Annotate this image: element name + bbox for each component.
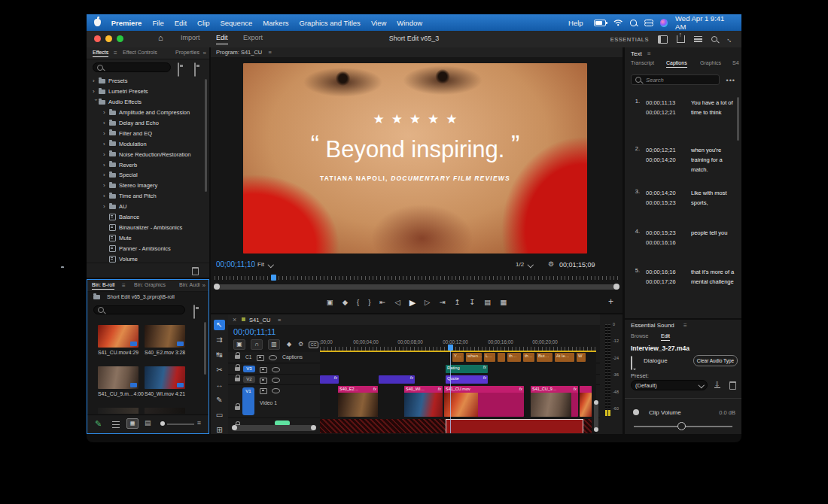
go-to-in-button[interactable]: ⇤ xyxy=(379,296,385,308)
volume-slider-knob[interactable] xyxy=(677,422,686,430)
tree-item[interactable]: ›Audio Effects xyxy=(91,97,204,108)
caption-text[interactable]: people tell you xyxy=(691,228,738,238)
workspace-label[interactable]: ESSENTIALS xyxy=(610,36,649,43)
chevron-right-icon[interactable]: › xyxy=(103,193,109,199)
clip-thumbnail[interactable] xyxy=(98,325,139,348)
button-editor-plus[interactable]: + xyxy=(608,296,613,308)
menu-item[interactable]: Clip xyxy=(197,19,209,27)
mark-out-button[interactable]: } xyxy=(368,296,370,308)
captions-cc-icon[interactable]: CC xyxy=(309,342,318,348)
caption-timecodes[interactable]: 00;00;15;2300;00;16;16 xyxy=(646,228,676,247)
bin-clip-partial[interactable] xyxy=(145,408,185,414)
rating-graphic-clip[interactable]: Ratingfx xyxy=(446,365,488,373)
toggle-track-output-icon[interactable] xyxy=(269,355,277,360)
preset-badge-icon[interactable] xyxy=(178,62,179,77)
bin-clip[interactable]: S40_WI.mov4:21 xyxy=(145,366,185,396)
zoom-slider-knob[interactable] xyxy=(160,421,165,426)
effects-tab[interactable]: Effects xyxy=(93,50,108,57)
delete-preset-icon[interactable] xyxy=(729,381,736,390)
timeline-playhead[interactable] xyxy=(448,345,453,351)
close-tab-icon[interactable]: × xyxy=(233,316,236,323)
pen-tool[interactable]: ✎ xyxy=(214,395,225,405)
program-playhead[interactable] xyxy=(271,275,276,281)
edit-pencil-icon[interactable]: ✎ xyxy=(95,419,102,429)
track-lock-icon[interactable] xyxy=(235,378,240,381)
delete-icon[interactable] xyxy=(192,267,199,275)
panel-menu-icon[interactable]: ≡ xyxy=(683,322,687,329)
spotlight-search-icon[interactable] xyxy=(630,20,637,26)
tree-item[interactable]: ›Modulation xyxy=(91,138,204,149)
go-to-out-button[interactable]: ⇥ xyxy=(439,296,445,308)
caption-clip[interactable]: th… xyxy=(523,353,534,362)
caption-text[interactable]: Like with most sports, xyxy=(691,188,738,208)
tree-item[interactable]: ›Stereo Imagery xyxy=(91,181,204,191)
tree-item[interactable]: ›Presets xyxy=(91,76,204,87)
menu-lines-icon[interactable] xyxy=(694,36,702,42)
menu-item[interactable]: Premiere xyxy=(111,19,142,27)
tree-item[interactable]: ›Special xyxy=(91,170,204,181)
program-title[interactable]: Program: S41_CU xyxy=(216,49,262,56)
menu-help[interactable]: Help xyxy=(568,19,583,27)
video-clip[interactable] xyxy=(580,386,592,417)
razor-tool[interactable]: ✂ xyxy=(214,365,225,375)
close-window-button[interactable] xyxy=(94,35,101,42)
toggle-track-output-icon[interactable] xyxy=(272,388,280,393)
apple-menu-icon[interactable] xyxy=(94,19,101,26)
effects-search-input[interactable] xyxy=(93,62,171,72)
more-options-icon[interactable]: ••• xyxy=(726,77,735,84)
effects-search-field[interactable] xyxy=(106,63,166,71)
ripple-edit-tool[interactable]: ↹ xyxy=(214,350,225,360)
tree-item[interactable]: Mute xyxy=(91,232,204,243)
chevron-right-icon[interactable]: › xyxy=(103,141,109,147)
caption-timecodes[interactable]: 00;00;12;2100;00;14;20 xyxy=(646,145,676,165)
caption-clip[interactable]: th… xyxy=(507,353,521,362)
caption-clip[interactable]: when… xyxy=(466,353,482,362)
caption-timecodes[interactable]: 00;00;14;2000;00;15;23 xyxy=(646,188,676,208)
play-button[interactable]: ▶ xyxy=(409,296,416,308)
video-clip[interactable]: S41_CU.movfx xyxy=(444,386,524,417)
scrollbar-knob-right[interactable] xyxy=(311,425,316,430)
mode-tab-export[interactable]: Export xyxy=(243,34,263,44)
lift-button[interactable]: ↥ xyxy=(454,296,460,308)
toggle-track-output-icon[interactable] xyxy=(272,378,280,383)
bin-search-input[interactable] xyxy=(93,305,185,314)
timeline-h-scrollbar[interactable] xyxy=(233,425,315,431)
text-tab[interactable]: S4 xyxy=(732,60,739,67)
track-select-forward-tool[interactable]: ⇉ xyxy=(214,335,225,345)
zoom-window-button[interactable] xyxy=(117,35,123,42)
v1-track-badge[interactable]: V1 xyxy=(242,387,254,415)
video-clip[interactable]: S40_E2…fx xyxy=(338,386,378,417)
minimize-window-button[interactable] xyxy=(105,35,112,42)
panel-menu-icon[interactable]: ≡ xyxy=(122,282,126,289)
essential-sound-tab[interactable]: Edit xyxy=(661,333,670,341)
step-back-button[interactable]: ◁ xyxy=(394,296,400,308)
workspaces-icon[interactable] xyxy=(658,35,668,44)
essential-sound-tab[interactable]: Browse xyxy=(631,333,648,340)
panel-menu-icon[interactable]: ≡ xyxy=(114,50,117,56)
text-tab[interactable]: Graphics xyxy=(700,60,721,67)
tree-item[interactable]: ›Time and Pitch xyxy=(91,191,204,202)
slip-tool[interactable]: ↔ xyxy=(214,380,225,390)
clear-audio-type-button[interactable]: Clear Audio Type xyxy=(693,355,738,366)
bin-tab[interactable]: Bin: B-roll xyxy=(92,282,114,290)
timeline-settings-wrench-icon[interactable]: ⚙ xyxy=(298,341,303,348)
playback-resolution-dropdown[interactable]: 1/2 xyxy=(516,261,533,268)
bin-breadcrumb[interactable]: Short Edit v65_3.prproj\B-roll xyxy=(93,294,175,299)
caption-text[interactable]: You have a lot of time to think xyxy=(691,98,738,117)
caption-text[interactable]: that it's more of a mental challenge xyxy=(691,267,738,287)
video-clip[interactable]: S40_WI…fx xyxy=(404,386,443,417)
bin-search-field[interactable] xyxy=(107,306,181,314)
bin-clip-partial[interactable] xyxy=(98,408,139,414)
bin-tab[interactable]: Bin: Audi xyxy=(179,282,200,289)
icon-view-button[interactable]: ▦ xyxy=(126,418,139,429)
video-clip[interactable]: S41_CU_9…fx xyxy=(531,386,578,417)
extract-button[interactable]: ↧ xyxy=(469,296,475,308)
graphic-clip[interactable]: fx xyxy=(379,375,415,384)
panel-menu-icon[interactable]: ≡ xyxy=(278,317,281,323)
clip-thumbnail[interactable] xyxy=(145,325,185,348)
chevron-right-icon[interactable]: › xyxy=(103,120,109,126)
type-tool[interactable]: ⊞ xyxy=(214,425,225,436)
caption-timecodes[interactable]: 00;00;16;1600;00;17;26 xyxy=(646,267,676,287)
program-video[interactable]: ★★★★★ “ Beyond inspiring. ” TATIANA NAPO… xyxy=(243,63,587,254)
tree-item[interactable]: ›Lumetri Presets xyxy=(91,87,204,97)
